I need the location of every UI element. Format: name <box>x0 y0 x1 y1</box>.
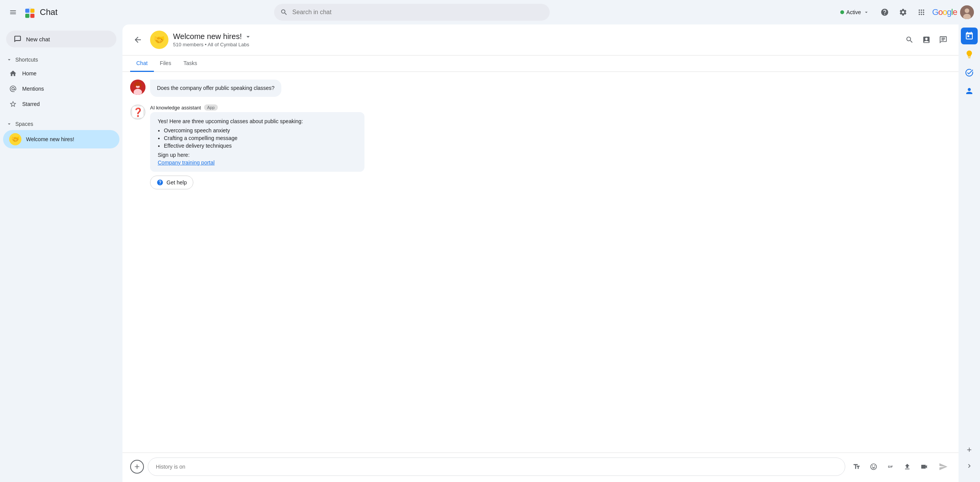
topbar: Chat Active <box>0 0 980 24</box>
calendar-icon[interactable] <box>961 28 978 44</box>
help-icon[interactable] <box>877 5 892 20</box>
bot-message-content: AI knowledge assistant App Yes! Here are… <box>150 104 951 189</box>
bot-message-row: ❓ AI knowledge assistant App Yes! Here a… <box>130 104 951 189</box>
tab-chat[interactable]: Chat <box>130 55 154 72</box>
space-item-welcome[interactable]: 🤝 Welcome new hires! <box>3 130 119 148</box>
mentions-label: Mentions <box>22 86 44 92</box>
svg-rect-2 <box>25 14 29 18</box>
chat-info: Welcome new hires! 510 members • All of … <box>173 32 897 47</box>
home-label: Home <box>22 70 36 77</box>
video-call-icon[interactable] <box>916 459 932 474</box>
input-actions <box>849 459 932 474</box>
svg-rect-3 <box>30 14 34 18</box>
chat-header-actions <box>902 32 951 47</box>
user-message-avatar <box>130 80 145 95</box>
back-button[interactable] <box>130 32 145 47</box>
message-row: Does the company offer public speaking c… <box>130 80 951 97</box>
spaces-label: Spaces <box>15 121 33 127</box>
new-chat-label: New chat <box>26 36 50 42</box>
training-portal-link[interactable]: Company training portal <box>158 160 215 166</box>
sidebar-item-home[interactable]: Home <box>0 66 116 81</box>
header-video-icon[interactable] <box>919 32 934 47</box>
expand-panel-icon[interactable] <box>962 459 976 473</box>
svg-rect-1 <box>30 9 34 13</box>
header-search-icon[interactable] <box>902 32 917 47</box>
main-content: 🤝 Welcome new hires! 510 members • All o… <box>122 24 959 482</box>
tasks-icon[interactable] <box>961 64 978 81</box>
bot-message-avatar: ❓ <box>130 104 145 120</box>
svg-rect-0 <box>25 9 29 13</box>
format-text-icon[interactable] <box>849 459 864 474</box>
list-item: Effective delivery techniques <box>164 143 357 149</box>
menu-icon[interactable] <box>6 5 20 19</box>
sidebar-item-starred[interactable]: Starred <box>0 96 116 112</box>
upload-icon[interactable] <box>900 459 915 474</box>
right-panel: + <box>959 24 980 482</box>
google-logo: Google <box>932 7 957 17</box>
get-help-button[interactable]: Get help <box>150 176 193 189</box>
keep-icon[interactable] <box>961 46 978 63</box>
ai-intro-text: Yes! Here are three upcoming classes abo… <box>158 118 357 124</box>
apps-icon[interactable] <box>914 5 929 20</box>
google-logo-wrap: Google <box>932 7 957 17</box>
starred-label: Starred <box>22 101 40 107</box>
layout: New chat Shortcuts Home Mentions Starred… <box>0 24 980 482</box>
svg-point-12 <box>139 83 142 87</box>
new-chat-button[interactable]: New chat <box>6 31 116 47</box>
list-item: Overcoming speech anxiety <box>164 127 357 134</box>
chat-header-emoji: 🤝 <box>150 31 168 49</box>
svg-text:❓: ❓ <box>133 107 144 117</box>
space-emoji: 🤝 <box>9 133 21 145</box>
svg-point-11 <box>134 83 136 87</box>
messages-area: Does the company offer public speaking c… <box>122 72 959 453</box>
chat-input[interactable] <box>148 458 845 476</box>
space-name: Welcome new hires! <box>26 136 74 142</box>
sidebar: New chat Shortcuts Home Mentions Starred… <box>0 24 122 482</box>
input-area <box>122 453 959 482</box>
send-button[interactable] <box>936 459 951 474</box>
svg-point-5 <box>965 8 969 13</box>
chat-tabs: Chat Files Tasks <box>122 55 959 72</box>
ai-signup-text: Sign up here: <box>158 152 357 158</box>
user-bubble: Does the company offer public speaking c… <box>150 80 281 97</box>
ai-list: Overcoming speech anxiety Crafting a com… <box>164 127 357 149</box>
spaces-header[interactable]: Spaces <box>0 118 122 130</box>
sidebar-item-mentions[interactable]: Mentions <box>0 81 116 96</box>
contacts-icon[interactable] <box>961 83 978 99</box>
topbar-right: Active Google <box>836 5 974 20</box>
user-avatar[interactable] <box>960 5 974 19</box>
settings-icon[interactable] <box>895 5 911 20</box>
search-input[interactable] <box>274 4 550 21</box>
header-threads-icon[interactable] <box>936 32 951 47</box>
list-item: Crafting a compelling message <box>164 135 357 141</box>
attach-button[interactable] <box>130 460 144 474</box>
shortcuts-label: Shortcuts <box>15 57 38 63</box>
right-panel-bottom: + <box>962 442 977 479</box>
topbar-left: Chat <box>6 5 129 19</box>
chat-header: 🤝 Welcome new hires! 510 members • All o… <box>122 24 959 55</box>
active-status[interactable]: Active <box>836 7 874 18</box>
bot-bubble: Yes! Here are three upcoming classes abo… <box>150 112 364 172</box>
shortcuts-section[interactable]: Shortcuts <box>0 54 122 66</box>
tab-files[interactable]: Files <box>154 55 178 72</box>
status-dot <box>840 10 844 14</box>
app-badge: App <box>204 104 218 111</box>
chat-subtitle: 510 members • All of Cymbal Labs <box>173 42 897 47</box>
search-icon <box>280 8 288 16</box>
user-message-content: Does the company offer public speaking c… <box>150 80 951 97</box>
gif-icon[interactable] <box>883 459 898 474</box>
spaces-section: Spaces 🤝 Welcome new hires! <box>0 118 122 148</box>
add-app-icon[interactable]: + <box>962 442 977 458</box>
status-label: Active <box>846 9 861 15</box>
chat-title: Welcome new hires! <box>173 32 897 41</box>
bot-sender: AI knowledge assistant App <box>150 104 951 111</box>
search-bar[interactable] <box>274 4 550 21</box>
tab-tasks[interactable]: Tasks <box>177 55 203 72</box>
emoji-icon[interactable] <box>866 459 881 474</box>
app-logo <box>24 6 36 18</box>
app-title: Chat <box>40 7 57 17</box>
